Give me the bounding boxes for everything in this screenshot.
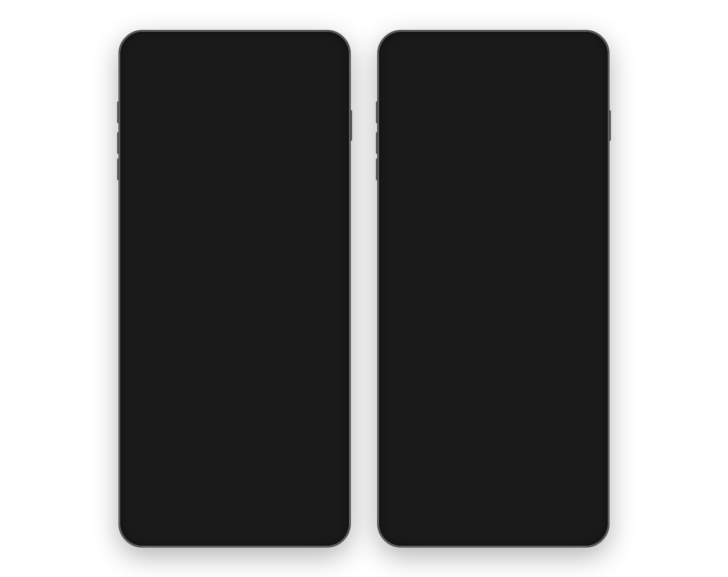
like-icon-1[interactable]: ♡ bbox=[130, 265, 139, 278]
like-icon-2[interactable]: ♡ bbox=[389, 265, 398, 278]
profile-logo-4: W LEAD bbox=[389, 343, 404, 359]
camera-main-1 bbox=[237, 47, 243, 53]
profile-logo-3: W LEAD bbox=[389, 69, 404, 85]
hashtags-1[interactable]: #WomenLeadChange #SpeakerAnnouncement bbox=[130, 317, 339, 323]
announcement-title-1: Speaker Announcement bbox=[132, 193, 337, 226]
post-date-1: February 16 bbox=[130, 292, 339, 297]
quote-text-1: Think like a queen. A queen is not afrai… bbox=[173, 399, 296, 414]
post-actions-2: ♡ ○ ⬆ ⬜ bbox=[382, 261, 604, 282]
follow-button-1[interactable]: Follow bbox=[295, 71, 326, 83]
more-menu-2a[interactable]: ⋮ bbox=[331, 339, 339, 348]
post-caption-1: womenleadchange We have a special speake… bbox=[130, 300, 339, 315]
more-menu-4[interactable]: ⋮ bbox=[589, 347, 598, 355]
post-caption-2: womenleadchange We can't wait to welcome… bbox=[389, 300, 598, 323]
phone-screen-1: W LEAD womenleadchange Follow ⋮ Speak bbox=[124, 35, 346, 542]
caption-username-1: womenleadchange bbox=[130, 301, 177, 307]
dynamic-island-1 bbox=[208, 42, 261, 57]
profile-logo-2a: W LEAD bbox=[130, 335, 146, 351]
phone-2: W LEAD womenleadchange Follow ⋮ bbox=[377, 30, 610, 548]
caption-username-2: womenleadchange bbox=[389, 301, 435, 307]
quote-mark-1: ““ bbox=[225, 377, 244, 395]
comment-icon-1[interactable]: ○ bbox=[146, 265, 152, 278]
profile-logo-1: W LEAD bbox=[130, 69, 146, 85]
phone-1: W LEAD womenleadchange Follow ⋮ Speak bbox=[118, 30, 351, 548]
profile-name-1: womenleadchange bbox=[150, 74, 295, 80]
speaker-name-script: Jen Hatmaker bbox=[391, 219, 596, 234]
profile-name-2a: womenleadchange bbox=[150, 340, 295, 346]
post-date-2: February 16 bbox=[389, 292, 598, 297]
post-image-1: Speaker Announcement Coming Soon! bbox=[124, 90, 346, 261]
post-info-2: 95 likes February 16 womenleadchange We … bbox=[382, 282, 604, 336]
instagram-feed-1: W LEAD womenleadchange Follow ⋮ Speak bbox=[124, 35, 346, 542]
quote-mark-2: ““ bbox=[484, 385, 503, 403]
quote-card-2: ““ Think like a queen. A queen is not af… bbox=[419, 372, 568, 442]
follow-button-2a[interactable]: Follow bbox=[295, 337, 326, 349]
hashtags-2[interactable]: #WomenLeadChange #CedarRapids bbox=[389, 325, 598, 331]
share-icon-1[interactable]: ⬆ bbox=[158, 265, 167, 278]
post-image-2: Speaker Announcement Jen Hatmaker JEN HA… bbox=[382, 90, 604, 261]
post-header-4: W LEAD womenleadchange Follow ⋮ bbox=[382, 338, 604, 363]
share-icon-2[interactable]: ⬆ bbox=[417, 265, 426, 278]
follow-button-4[interactable]: Follow bbox=[554, 345, 585, 357]
camera-dot-1 bbox=[226, 47, 232, 52]
post-info-1: 22 likes February 16 womenleadchange We … bbox=[124, 282, 346, 328]
post-actions-1: ♡ ○ ⬆ ⬜ bbox=[124, 261, 346, 282]
comment-icon-2[interactable]: ○ bbox=[404, 265, 411, 278]
profile-name-4: womenleadchange bbox=[409, 348, 554, 354]
bottom-content-1: ““ Think like a queen. A queen is not af… bbox=[124, 355, 346, 434]
quote-text-2: Think like a queen. A queen is not afrai… bbox=[432, 407, 555, 422]
camera-dot-2 bbox=[485, 47, 490, 52]
speaker-name-caps: JEN HATMAKER bbox=[391, 237, 596, 244]
likes-count-1: 22 likes bbox=[130, 285, 339, 291]
follow-button-3[interactable]: Follow bbox=[554, 71, 585, 83]
bookmark-icon-2[interactable]: ⬜ bbox=[586, 266, 598, 277]
camera-main-2 bbox=[496, 47, 502, 53]
instagram-feed-2: W LEAD womenleadchange Follow ⋮ bbox=[382, 35, 604, 542]
likes-count-2: 95 likes bbox=[389, 285, 598, 291]
post-header-1: W LEAD womenleadchange Follow ⋮ bbox=[124, 65, 346, 90]
more-menu-1[interactable]: ⋮ bbox=[331, 73, 339, 82]
phone-screen-2: W LEAD womenleadchange Follow ⋮ bbox=[382, 35, 604, 542]
bottom-content-2: ““ Think like a queen. A queen is not af… bbox=[382, 363, 604, 442]
announcement-title-2: Speaker Announcement bbox=[391, 184, 596, 217]
post-header-2: W LEAD womenleadchange Follow ⋮ bbox=[382, 65, 604, 90]
speaker-face bbox=[478, 125, 509, 158]
quote-card-1: ““ Think like a queen. A queen is not af… bbox=[160, 364, 309, 434]
bookmark-icon-1[interactable]: ⬜ bbox=[328, 266, 339, 277]
dynamic-island-2 bbox=[467, 42, 520, 57]
post-header-2a: W LEAD womenleadchange Follow ⋮ bbox=[124, 330, 346, 355]
profile-name-3: womenleadchange bbox=[409, 74, 554, 80]
image-overlay-1: Speaker Announcement Coming Soon! bbox=[124, 193, 346, 244]
coming-soon-text: Coming Soon! bbox=[132, 227, 337, 244]
more-menu-3[interactable]: ⋮ bbox=[589, 73, 598, 82]
image-overlay-2: Speaker Announcement Jen Hatmaker JEN HA… bbox=[382, 184, 604, 244]
